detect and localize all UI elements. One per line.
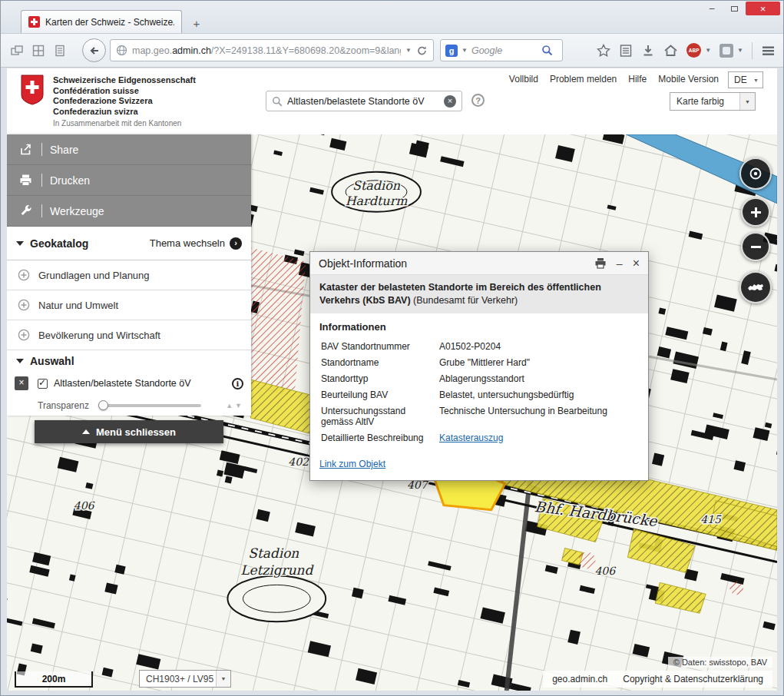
header-nav: Vollbild Problem melden Hilfe Mobile Ver…: [509, 74, 719, 85]
catalog-item-bevoelkerung[interactable]: Bevölkerung und Wirtschaft: [7, 320, 251, 350]
red-hatched-spot[interactable]: [579, 552, 596, 568]
org-name: Schweizerische Eidgenossenschaft Confédé…: [53, 75, 196, 117]
red-hatched-spot[interactable]: [729, 581, 743, 595]
plus-circle-icon: [18, 299, 30, 311]
sidebar-item-werkzeuge[interactable]: Werkzeuge: [7, 196, 251, 227]
abp-dropdown-icon[interactable]: ▼: [705, 47, 711, 54]
katasterauszug-link[interactable]: Katasterauszug: [439, 433, 503, 443]
swiss-flag-favicon: [28, 16, 40, 28]
map-label-stadion-hardturm-1: Stadion: [352, 178, 401, 193]
swiss-confederation-logo: [20, 75, 45, 105]
site-header: Schweizerische Eidgenossenschaft Confédé…: [7, 68, 777, 134]
map-label-letzigrund-1: Stadion: [248, 545, 299, 561]
tab-groups-icon[interactable]: [30, 42, 47, 59]
nav-mobile-version[interactable]: Mobile Version: [658, 74, 719, 85]
search-engine-dropdown-icon[interactable]: ▼: [461, 47, 468, 54]
abp-addon-icon[interactable]: ABP: [686, 43, 701, 58]
thema-wechseln-button[interactable]: Thema wechseln ›: [150, 237, 242, 250]
popup-header[interactable]: Objekt-Information – ×: [310, 252, 648, 275]
footer-links: geo.admin.ch Copyright & Datenschutzerkl…: [543, 671, 772, 688]
copyright-link[interactable]: Copyright & Datenschutzerklärung: [623, 674, 763, 684]
popup-body: Informationen BAV StandortnummerA01502-P…: [310, 313, 648, 480]
move-layer-down-icon[interactable]: ▼: [235, 402, 242, 409]
map-number-406-west: 406: [74, 499, 95, 512]
nav-hilfe[interactable]: Hilfe: [628, 74, 647, 85]
share-icon: [19, 143, 32, 156]
plus-circle-icon: [18, 329, 30, 341]
map-search-input[interactable]: [287, 96, 439, 107]
sidebar-item-share[interactable]: Share: [7, 134, 251, 165]
nav-problem-melden[interactable]: Problem melden: [550, 74, 617, 85]
map-search-box[interactable]: ×: [266, 91, 462, 111]
plus-circle-icon: [18, 269, 30, 281]
clipboard-icon[interactable]: [51, 42, 68, 59]
transparency-slider[interactable]: [100, 404, 201, 407]
minimize-popup-icon[interactable]: –: [617, 257, 623, 270]
new-tab-button[interactable]: +: [187, 15, 207, 32]
close-button[interactable]: ×: [746, 2, 780, 15]
url-dropdown-icon[interactable]: ▼: [405, 47, 412, 54]
browser-search-input[interactable]: [471, 45, 538, 56]
map-attribution: © Daten: swisstopo, BAV: [668, 657, 772, 668]
windows-icon[interactable]: [8, 42, 25, 59]
language-select[interactable]: DE▼: [728, 71, 763, 88]
bookmark-star-icon[interactable]: [597, 44, 610, 58]
geokatalog-header[interactable]: Geokatalog Thema wechseln ›: [7, 227, 251, 260]
map-style-select[interactable]: Karte farbig ▼: [670, 92, 756, 111]
geoadmin-link[interactable]: geo.admin.ch: [552, 674, 607, 684]
table-row: StandorttypAblagerungsstandort: [321, 371, 607, 386]
link-zum-objekt[interactable]: Link zum Objekt: [319, 459, 385, 469]
bookmarks-panel-icon[interactable]: [619, 44, 633, 58]
triangle-up-icon: [82, 429, 90, 434]
menu-icon[interactable]: [761, 45, 776, 57]
clear-search-icon[interactable]: ×: [444, 95, 456, 108]
print-icon[interactable]: [594, 257, 607, 269]
switzerland-extent-button[interactable]: [739, 271, 772, 303]
remove-layer-icon[interactable]: ×: [15, 376, 28, 390]
geolocate-button[interactable]: [739, 157, 772, 190]
downloads-icon[interactable]: [641, 44, 655, 58]
chevron-down-icon: ▼: [753, 78, 762, 83]
transparency-label: Transparenz: [38, 400, 89, 411]
browser-window: Karten der Schweiz - Schweize... + – × m…: [0, 0, 784, 696]
print-icon: [19, 174, 32, 187]
minus-icon: [749, 240, 762, 254]
projection-select[interactable]: CH1903+ / LV95 ▼: [139, 670, 231, 688]
close-popup-icon[interactable]: ×: [633, 257, 640, 270]
slider-handle[interactable]: [98, 400, 108, 410]
move-layer-up-icon[interactable]: ▲: [226, 402, 233, 409]
map-number-415: 415: [700, 513, 722, 525]
menu-close-button[interactable]: Menü schliessen: [35, 420, 223, 443]
browser-search-bar[interactable]: g ▼: [440, 39, 563, 61]
reload-icon[interactable]: [416, 45, 428, 56]
layer-name: Altlasten/belastete Standorte öV: [54, 378, 191, 389]
layer-checkbox[interactable]: [38, 379, 48, 389]
zoom-in-button[interactable]: [741, 197, 770, 227]
switzerland-outline-icon: [746, 281, 765, 293]
zoom-out-button[interactable]: [741, 232, 770, 261]
nav-vollbild[interactable]: Vollbild: [509, 74, 538, 85]
chevron-down-icon: ▼: [216, 671, 230, 687]
page: Stadion Hardturm Bhf. Hardbrücke Stadion…: [7, 68, 777, 691]
addon-icon[interactable]: [719, 44, 733, 58]
url-bar[interactable]: map.geo.admin.ch/?X=249138.11&Y=680698.2…: [110, 39, 434, 61]
sidebar-item-drucken[interactable]: Drucken: [7, 165, 251, 196]
tab-title: Karten der Schweiz - Schweize...: [45, 17, 174, 28]
popup-title: Objekt-Information: [319, 257, 407, 270]
search-go-icon[interactable]: [541, 45, 553, 56]
info-icon[interactable]: i: [232, 378, 243, 389]
catalog-item-grundlagen[interactable]: Grundlagen und Planung: [7, 260, 251, 290]
minimize-button[interactable]: –: [701, 2, 723, 15]
addon-dropdown-icon[interactable]: ▼: [737, 47, 743, 54]
auswahl-header[interactable]: Auswahl: [7, 350, 251, 372]
back-button[interactable]: [82, 38, 106, 62]
browser-tab[interactable]: Karten der Schweiz - Schweize...: [21, 10, 182, 33]
url-text: map.geo.admin.ch/?X=249138.11&Y=680698.2…: [132, 45, 401, 56]
help-icon[interactable]: ?: [471, 94, 485, 107]
catalog-item-natur[interactable]: Natur und Umwelt: [7, 290, 251, 320]
globe-icon: [116, 45, 127, 56]
home-icon[interactable]: [663, 44, 678, 58]
google-favicon: g: [445, 45, 458, 57]
table-row: Untersuchungsstand gemäss AltlVTechnisch…: [321, 403, 607, 429]
maximize-button[interactable]: [723, 2, 745, 15]
